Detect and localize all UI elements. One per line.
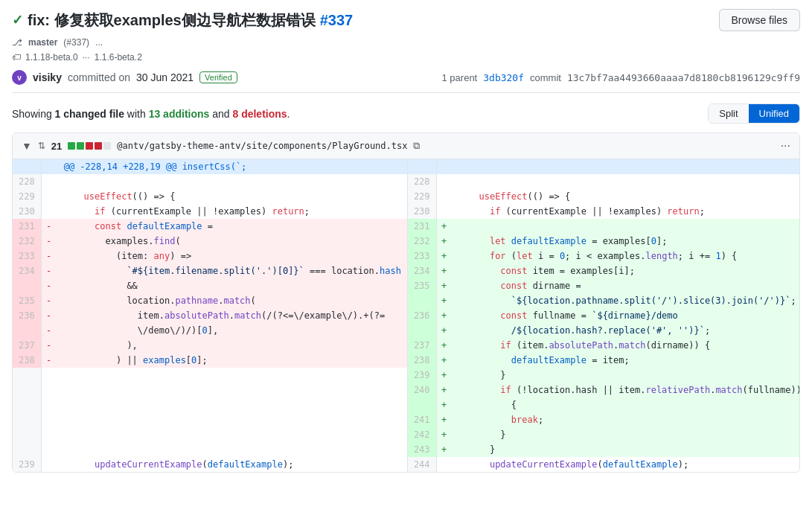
line-num-r: 241 bbox=[407, 412, 436, 427]
marker-r: + bbox=[436, 234, 452, 249]
code-r: updateCurrentExample(defaultExample); bbox=[452, 457, 800, 472]
marker-l: - bbox=[41, 249, 57, 263]
code-r: if (currentExample || !examples) return; bbox=[452, 204, 800, 219]
commit-header: ✓ fix: 修复获取examples侧边导航栏数据错误 #337 Browse… bbox=[12, 9, 800, 31]
marker-r: + bbox=[436, 293, 452, 308]
code-l bbox=[57, 442, 408, 457]
line-num-l: 233 bbox=[13, 249, 41, 263]
commit-hash: 13c7bf7aa4493660aaaa7d8180cb8196129c9ff9 bbox=[567, 72, 800, 83]
line-num-l: 235 bbox=[13, 293, 41, 308]
stats-text: Showing 1 changed file with 13 additions… bbox=[12, 108, 290, 120]
line-num-l bbox=[13, 442, 41, 457]
line-num-r bbox=[407, 323, 436, 338]
table-row: 240 + if (!location.hash || item.relativ… bbox=[13, 383, 800, 397]
code-l: examples.find( bbox=[57, 234, 408, 249]
line-num-l bbox=[13, 397, 41, 412]
marker-r: + bbox=[436, 338, 452, 353]
code-l: location.pathname.match( bbox=[57, 293, 408, 308]
more-options-button[interactable]: ··· bbox=[781, 139, 790, 153]
diff-stat-bar bbox=[68, 142, 111, 150]
marker-r: + bbox=[436, 368, 452, 383]
line-num-r: 231 bbox=[407, 219, 436, 234]
author-name[interactable]: visiky bbox=[33, 71, 62, 83]
table-row: 239 updateCurrentExample(defaultExample)… bbox=[13, 457, 800, 472]
code-l bbox=[57, 174, 408, 189]
code-r: { bbox=[452, 397, 800, 412]
branch-pr-ref: (#337) bbox=[63, 37, 89, 48]
hunk-marker-l bbox=[41, 159, 57, 174]
code-l: && bbox=[57, 278, 408, 293]
line-num-l: 237 bbox=[13, 338, 41, 353]
commit-label: commit bbox=[530, 72, 561, 83]
author-action: committed on bbox=[68, 71, 130, 83]
line-num-l: 239 bbox=[13, 457, 41, 472]
code-r: } bbox=[452, 427, 800, 442]
table-row: + { bbox=[13, 397, 800, 412]
line-num-r: 229 bbox=[407, 189, 436, 204]
marker-l bbox=[41, 189, 57, 204]
line-num-l: 232 bbox=[13, 234, 41, 249]
code-l bbox=[57, 397, 408, 412]
line-num-l: 236 bbox=[13, 308, 41, 323]
file-change-count: 21 bbox=[51, 141, 62, 152]
file-path: @antv/gatsby-theme-antv/site/components/… bbox=[117, 141, 407, 151]
file-header: ▼ ⇅ 21 @antv/gatsby-theme-antv/site/comp… bbox=[13, 133, 799, 159]
tag2: 1.1.6-beta.2 bbox=[95, 52, 142, 63]
code-l: item.absolutePath.match(/(?<=\/example\/… bbox=[57, 308, 408, 323]
code-l: if (currentExample || !examples) return; bbox=[57, 204, 408, 219]
pr-link[interactable]: #337 bbox=[320, 12, 354, 29]
line-num-l: 238 bbox=[13, 353, 41, 368]
table-row: 239 + } bbox=[13, 368, 800, 383]
parent-hash[interactable]: 3db320f bbox=[483, 72, 524, 83]
line-num-r: 230 bbox=[407, 204, 436, 219]
branch-icon: ⎇ bbox=[12, 37, 22, 48]
code-l: const defaultExample = bbox=[57, 219, 408, 234]
code-l: (item: any) => bbox=[57, 249, 408, 263]
line-num-r bbox=[407, 397, 436, 412]
marker-l: - bbox=[41, 219, 57, 234]
file-block: ▼ ⇅ 21 @antv/gatsby-theme-antv/site/comp… bbox=[12, 132, 800, 473]
stat-block-2 bbox=[77, 142, 84, 150]
split-view-button[interactable]: Split bbox=[709, 104, 748, 123]
table-row: 242 + } bbox=[13, 427, 800, 442]
marker-l: - bbox=[41, 278, 57, 293]
table-row: 233 - (item: any) => 233 + for (let i = … bbox=[13, 249, 800, 263]
line-num-r: 235 bbox=[407, 278, 436, 293]
marker-l bbox=[41, 442, 57, 457]
hunk-code-r bbox=[452, 159, 800, 174]
line-num-l bbox=[13, 427, 41, 442]
code-r: } bbox=[452, 442, 800, 457]
marker-l bbox=[41, 383, 57, 397]
copy-path-button[interactable]: ⧉ bbox=[413, 140, 420, 152]
code-r: const fullname = `${dirname}/demo bbox=[452, 308, 800, 323]
unified-view-button[interactable]: Unified bbox=[749, 104, 799, 123]
table-row: 231 - const defaultExample = 231 + bbox=[13, 219, 800, 234]
marker-l: - bbox=[41, 234, 57, 249]
commit-title: ✓ fix: 修复获取examples侧边导航栏数据错误 #337 bbox=[12, 10, 353, 31]
marker-r: + bbox=[436, 278, 452, 293]
marker-l: - bbox=[41, 308, 57, 323]
marker-r bbox=[436, 204, 452, 219]
code-l: updateCurrentExample(defaultExample); bbox=[57, 457, 408, 472]
hunk-line-num-l bbox=[13, 159, 41, 174]
line-num-r: 236 bbox=[407, 308, 436, 323]
code-l bbox=[57, 427, 408, 442]
collapse-button[interactable]: ▼ bbox=[22, 140, 32, 152]
code-l: \/demo\/)/)[0], bbox=[57, 323, 408, 338]
line-num-r bbox=[407, 293, 436, 308]
browse-files-button[interactable]: Browse files bbox=[719, 9, 800, 31]
table-row: 241 + break; bbox=[13, 412, 800, 427]
code-l bbox=[57, 383, 408, 397]
table-row: 229 useEffect(() => { 229 useEffect(() =… bbox=[13, 189, 800, 204]
code-l: ) || examples[0]; bbox=[57, 353, 408, 368]
line-num-l: 231 bbox=[13, 219, 41, 234]
line-num-l: 234 bbox=[13, 263, 41, 278]
tag-info: 🏷 1.1.18-beta.0 ··· 1.1.6-beta.2 bbox=[12, 52, 800, 63]
code-r: if (!location.hash || item.relativePath.… bbox=[452, 383, 800, 397]
commit-date: 30 Jun 2021 bbox=[136, 71, 194, 83]
code-l: `#${item.filename.split('.')[0]}` === lo… bbox=[57, 263, 408, 278]
table-row: 243 + } bbox=[13, 442, 800, 457]
line-num-r: 244 bbox=[407, 457, 436, 472]
marker-l bbox=[41, 204, 57, 219]
hunk-line-num-r bbox=[407, 159, 436, 174]
